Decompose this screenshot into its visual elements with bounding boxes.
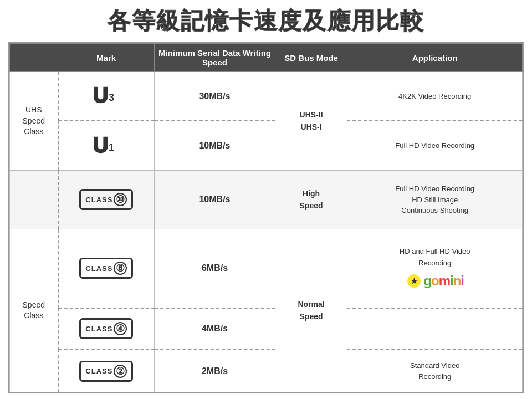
app-class2: Standard VideoRecording xyxy=(347,350,523,392)
header-category xyxy=(10,44,58,72)
mark-class6: CLASS⑥ xyxy=(58,229,155,308)
table-row: CLASS⑩ 10MB/s HighSpeed Full HD Video Re… xyxy=(10,170,523,229)
comparison-table: Mark Minimum Serial Data Writing Speed S… xyxy=(8,42,524,393)
svg-text:3: 3 xyxy=(109,92,114,103)
svg-text:U: U xyxy=(93,84,108,107)
mark-uhs1: U U 1 xyxy=(58,121,155,170)
mark-uhs3: U U 3 xyxy=(58,72,155,121)
table-row: U U 1 10MB/s Full HD Video Recording xyxy=(10,121,523,170)
svg-text:★: ★ xyxy=(411,277,418,285)
table-row: UHSSpeedClass U U 3 30MB/s UHS-IIUHS-I 4… xyxy=(10,72,523,121)
speed-class2: 2MB/s xyxy=(155,350,275,392)
svg-text:U: U xyxy=(93,134,108,157)
category-uhs: UHSSpeedClass xyxy=(10,72,58,171)
app-class4 xyxy=(347,308,523,350)
speed-uhs3: 30MB/s xyxy=(155,72,275,121)
category-class10 xyxy=(10,170,58,229)
table-row: SpeedClass CLASS⑥ 6MB/s NormalSpeed HD a… xyxy=(10,229,523,308)
mark-class10: CLASS⑩ xyxy=(58,170,155,229)
speed-class10: 10MB/s xyxy=(155,170,275,229)
table-row: CLASS④ 4MB/s xyxy=(10,308,523,350)
header-min-speed: Minimum Serial Data Writing Speed xyxy=(155,44,275,72)
app-uhs1: Full HD Video Recording xyxy=(347,121,523,170)
bus-normal: NormalSpeed xyxy=(275,229,347,392)
app-class6: HD and Full HD Video Recording ★ gomini xyxy=(347,229,523,308)
speed-class4: 4MB/s xyxy=(155,308,275,350)
header-mark: Mark xyxy=(58,44,155,72)
header-sd-bus: SD Bus Mode xyxy=(275,44,347,72)
page-title: 各等級記憶卡速度及應用比較 xyxy=(8,6,524,37)
app-class10: Full HD Video RecordingHD Still ImageCon… xyxy=(347,170,523,229)
table-row: CLASS② 2MB/s Standard VideoRecording xyxy=(10,350,523,392)
speed-class6: 6MB/s xyxy=(155,229,275,308)
bus-high: HighSpeed xyxy=(275,170,347,229)
speed-uhs1: 10MB/s xyxy=(155,121,275,170)
app-uhs3: 4K2K Video Recording xyxy=(347,72,523,121)
mark-class2: CLASS② xyxy=(58,350,155,392)
svg-text:1: 1 xyxy=(109,142,114,153)
bus-uhs: UHS-IIUHS-I xyxy=(275,72,347,171)
mark-class4: CLASS④ xyxy=(58,308,155,350)
header-application: Application xyxy=(347,44,523,72)
category-speed: SpeedClass xyxy=(10,229,58,392)
